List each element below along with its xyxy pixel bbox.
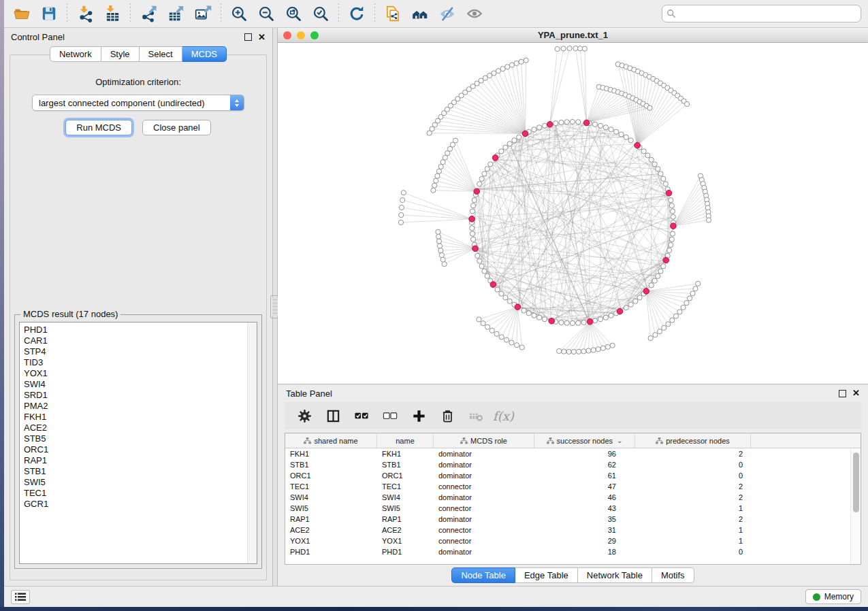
tab-network-table[interactable]: Network Table bbox=[578, 567, 652, 583]
split-panel-button[interactable] bbox=[321, 406, 344, 426]
network-canvas[interactable] bbox=[278, 43, 868, 384]
select-all-columns-button[interactable] bbox=[350, 406, 373, 426]
close-panel-icon[interactable]: ✕ bbox=[852, 390, 860, 397]
table-row[interactable]: SWI4SWI4dominator462 bbox=[285, 492, 861, 503]
function-builder-icon[interactable]: f(x) bbox=[493, 409, 514, 423]
hide-selected-button[interactable] bbox=[434, 2, 461, 25]
open-file-button[interactable] bbox=[8, 2, 35, 25]
gear-icon bbox=[297, 408, 312, 424]
table-row[interactable]: PHD1PHD1dominator180 bbox=[285, 546, 861, 557]
mcds-result-item[interactable]: SWI5 bbox=[24, 477, 247, 488]
mcds-result-item[interactable]: SRD1 bbox=[24, 390, 247, 401]
show-all-button[interactable] bbox=[461, 2, 488, 25]
export-image-button[interactable] bbox=[189, 2, 216, 25]
save-button[interactable] bbox=[35, 2, 63, 25]
float-panel-icon[interactable] bbox=[244, 33, 252, 41]
zoom-out-button[interactable] bbox=[253, 2, 280, 25]
mcds-result-item[interactable]: GCR1 bbox=[24, 499, 247, 510]
export-network-button[interactable] bbox=[135, 2, 162, 25]
optimization-criterion-select[interactable]: largest connected component (undirected) bbox=[32, 95, 244, 111]
mcds-result-item[interactable]: PMA2 bbox=[24, 401, 247, 412]
column-header-successor-nodes[interactable]: successor nodes⌄ bbox=[534, 433, 635, 448]
duplicate-network-button[interactable] bbox=[379, 2, 406, 25]
mcds-result-item[interactable]: YOX1 bbox=[24, 368, 247, 379]
mcds-result-item[interactable]: PHD1 bbox=[24, 325, 247, 335]
toolbar-separator bbox=[67, 3, 67, 24]
tab-node-table[interactable]: Node Table bbox=[451, 567, 515, 583]
cell: 0 bbox=[635, 459, 751, 470]
cell: 43 bbox=[534, 503, 635, 514]
mcds-result-item[interactable]: TEC1 bbox=[24, 488, 247, 499]
mcds-result-item[interactable]: RAP1 bbox=[24, 455, 247, 466]
cell: 96 bbox=[534, 448, 635, 459]
tab-network[interactable]: Network bbox=[50, 46, 101, 62]
add-column-button[interactable] bbox=[407, 406, 430, 426]
cell: connector bbox=[434, 535, 534, 546]
control-panel: Control Panel ✕ NetworkStyleSelectMCDS O… bbox=[4, 28, 272, 586]
table-row[interactable]: ACE2ACE2connector311 bbox=[285, 525, 861, 535]
run-mcds-button[interactable]: Run MCDS bbox=[65, 120, 132, 135]
deselect-all-columns-button[interactable] bbox=[379, 406, 402, 426]
zoom-in-button[interactable] bbox=[225, 2, 253, 25]
mcds-result-item[interactable]: ACE2 bbox=[24, 423, 247, 433]
delete-table-button[interactable] bbox=[464, 406, 487, 426]
tab-mcds[interactable]: MCDS bbox=[182, 46, 227, 62]
maximize-window-icon[interactable] bbox=[310, 31, 319, 39]
table-settings-button[interactable] bbox=[293, 406, 316, 426]
delete-column-button[interactable] bbox=[436, 406, 459, 426]
float-panel-icon[interactable] bbox=[839, 390, 846, 397]
table-scrollbar-thumb[interactable] bbox=[853, 452, 859, 512]
export-table-button[interactable] bbox=[162, 2, 189, 25]
table-row[interactable]: STB1STB1dominator620 bbox=[285, 459, 861, 470]
main-area: Control Panel ✕ NetworkStyleSelectMCDS O… bbox=[4, 28, 868, 586]
import-network-button[interactable] bbox=[71, 2, 99, 25]
tab-style[interactable]: Style bbox=[101, 46, 140, 62]
column-header-MCDS-role[interactable]: MCDS role bbox=[434, 433, 534, 448]
column-type-icon bbox=[460, 437, 468, 444]
control-panel-title: Control Panel bbox=[11, 32, 65, 42]
memory-button[interactable]: Memory bbox=[805, 589, 861, 604]
zoom-selected-button[interactable] bbox=[307, 2, 334, 25]
table-row[interactable]: SWI5SWI5connector431 bbox=[285, 503, 861, 514]
cell: SWI4 bbox=[285, 492, 377, 503]
column-header-shared-name[interactable]: shared name bbox=[285, 433, 377, 448]
zoom-out-icon bbox=[257, 5, 275, 22]
toolbar-separator bbox=[374, 3, 375, 24]
table-row[interactable]: YOX1YOX1connector291 bbox=[285, 535, 861, 546]
close-panel-button[interactable]: Close panel bbox=[142, 120, 211, 135]
table-row[interactable]: FKH1FKH1dominator962 bbox=[285, 448, 861, 459]
status-bar: Memory bbox=[4, 586, 868, 607]
table-scrollbar[interactable] bbox=[850, 448, 861, 564]
table-row[interactable]: ORC1ORC1dominator610 bbox=[285, 470, 861, 481]
cell: 2 bbox=[635, 492, 751, 503]
tab-select[interactable]: Select bbox=[140, 46, 182, 62]
mcds-result-item[interactable]: STP4 bbox=[24, 346, 247, 357]
search-input[interactable] bbox=[662, 5, 861, 22]
mcds-result-item[interactable]: STB1 bbox=[24, 466, 247, 477]
task-history-button[interactable] bbox=[11, 590, 30, 604]
mcds-result-item[interactable]: SWI4 bbox=[24, 379, 247, 390]
mcds-result-item[interactable]: FKH1 bbox=[24, 412, 247, 423]
import-table-button[interactable] bbox=[99, 2, 126, 25]
column-header-predecessor-nodes[interactable]: predecessor nodes bbox=[635, 433, 751, 448]
tab-motifs[interactable]: Motifs bbox=[652, 567, 694, 583]
show-eye-icon bbox=[466, 5, 483, 22]
table-row[interactable]: TEC1TEC1connector472 bbox=[285, 481, 861, 492]
save-floppy-icon bbox=[40, 5, 58, 22]
close-window-icon[interactable] bbox=[283, 31, 291, 39]
refresh-button[interactable] bbox=[343, 2, 370, 25]
mcds-result-item[interactable]: STB5 bbox=[24, 433, 247, 444]
first-neighbors-button[interactable] bbox=[406, 2, 434, 25]
panel-splitter[interactable] bbox=[272, 28, 278, 586]
mcds-result-item[interactable]: TID3 bbox=[24, 357, 247, 368]
network-graph[interactable] bbox=[278, 43, 868, 384]
mcds-result-item[interactable]: CAR1 bbox=[24, 335, 247, 346]
mcds-result-item[interactable]: ORC1 bbox=[24, 444, 247, 455]
column-header-name[interactable]: name bbox=[377, 433, 434, 448]
list-scrollbar[interactable] bbox=[247, 323, 257, 563]
close-panel-icon[interactable]: ✕ bbox=[258, 34, 266, 41]
table-row[interactable]: RAP1RAP1dominator352 bbox=[285, 514, 861, 525]
minimize-window-icon[interactable] bbox=[297, 31, 305, 39]
zoom-fit-button[interactable] bbox=[280, 2, 307, 25]
tab-edge-table[interactable]: Edge Table bbox=[515, 567, 578, 583]
